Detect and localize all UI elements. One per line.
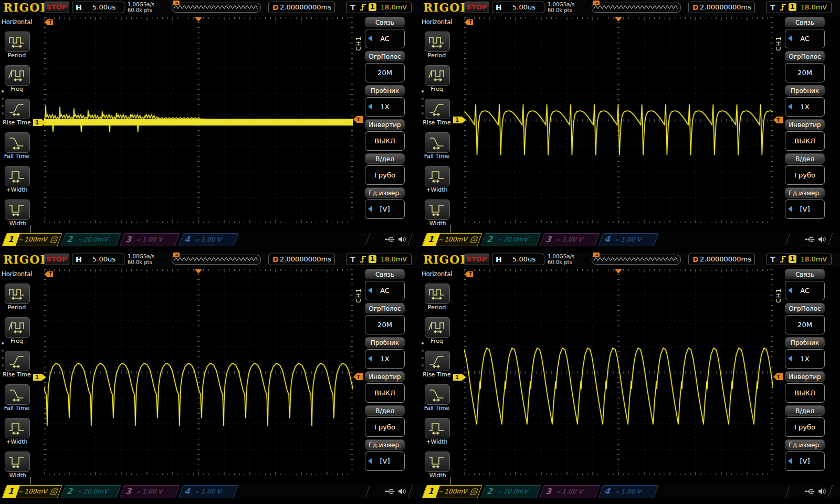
menu-value-vernier[interactable]: Грубо xyxy=(365,417,405,437)
channel-badge-3[interactable]: 3 =1.00 V xyxy=(119,485,180,498)
menu-value-probe[interactable]: 1X xyxy=(365,97,405,117)
trigger-level-marker: T xyxy=(353,116,363,123)
d-label: D xyxy=(272,254,279,265)
t-label: T xyxy=(350,2,355,13)
menu-value-bwlimit[interactable]: 20M xyxy=(365,63,405,82)
sidebar-button-period[interactable] xyxy=(5,32,30,52)
menu-value-units[interactable]: [V] xyxy=(785,452,825,471)
sidebar-button-fall-time[interactable] xyxy=(425,132,450,153)
sidebar-button-fall-time[interactable] xyxy=(425,384,450,405)
trigger-level-value: 18.0mV xyxy=(378,2,410,13)
acquisition-info: 1.00GSa/s 60.0k pts xyxy=(548,254,574,265)
left-arrow-icon xyxy=(368,355,372,362)
channel-badge-4[interactable]: 4 =1.00 V xyxy=(598,485,658,498)
menu-value-vernier[interactable]: Грубо xyxy=(785,417,825,437)
menu-value-units[interactable]: [V] xyxy=(365,200,405,219)
channel-badge-2[interactable]: 2 ~20.0mV xyxy=(480,233,541,246)
menu-value-coupling[interactable]: AC xyxy=(365,281,405,300)
channel-badge-3[interactable]: 3 =1.00 V xyxy=(119,233,180,246)
channel-badge-4[interactable]: 4 =1.00 V xyxy=(178,485,238,498)
menu-page-dot xyxy=(422,105,424,107)
sidebar-button-rise-time[interactable] xyxy=(425,351,450,371)
memory-waveform-icon xyxy=(592,255,679,263)
sidebar-button-freq[interactable] xyxy=(5,65,30,86)
menu-page-dot xyxy=(2,350,4,352)
channel-badge-1[interactable]: 1 ~100mV xyxy=(422,233,482,246)
sidebar-button-pwidth[interactable] xyxy=(425,166,450,186)
menu-value-coupling[interactable]: AC xyxy=(365,29,405,48)
menu-value-units[interactable]: [V] xyxy=(365,452,405,471)
channel-status-bar: 1 ~100mV 2 ~20.0mV 3 =1.00 V 4 =1.00 V xyxy=(420,485,840,499)
menu-group-invert: Инвертир ВЫКЛ xyxy=(365,371,405,403)
menu-value-invert[interactable]: ВЫКЛ xyxy=(785,383,825,403)
menu-group-bwlimit: ОгрПолос 20M xyxy=(785,303,825,334)
channel-badge-3[interactable]: 3 =1.00 V xyxy=(539,233,600,246)
horizontal-offset-value: 2.00000000ms xyxy=(279,254,332,265)
menu-value-invert[interactable]: ВЫКЛ xyxy=(365,383,405,403)
sidebar-button-rise-time[interactable] xyxy=(5,99,30,119)
delay-box: D 2.00000000ms xyxy=(688,254,755,265)
memory-position-icon: ◄ xyxy=(173,253,180,257)
menu-value-vernier[interactable]: Грубо xyxy=(785,165,825,185)
divider xyxy=(408,233,413,245)
sidebar-button-period[interactable] xyxy=(425,284,450,304)
sidebar-button-period[interactable] xyxy=(425,32,450,52)
channel-badge-2[interactable]: 2 ~20.0mV xyxy=(60,485,121,498)
menu-value-probe[interactable]: 1X xyxy=(785,349,825,369)
sidebar-button-rise-time[interactable] xyxy=(5,351,30,371)
menu-value-vernier[interactable]: Грубо xyxy=(365,165,405,185)
waveform-display xyxy=(44,269,353,475)
channel-menu: Связь AC ОгрПолос 20M Пробник 1X Инверти… xyxy=(365,17,405,222)
horizontal-scale-box: H 5.00us xyxy=(72,2,124,13)
channel-badge-4[interactable]: 4 =1.00 V xyxy=(178,233,238,246)
channel-badge-4[interactable]: 4 =1.00 V xyxy=(598,233,658,246)
oscilloscope-screen-3: RIGOL STOP H 5.00us 1.00GSa/s 60.0k pts … xyxy=(0,252,420,504)
sidebar-title: Horizontal xyxy=(422,270,453,278)
status-bar: RIGOL STOP H 5.00us 1.00GSa/s 60.0k pts … xyxy=(0,252,420,268)
menu-header-units: Ед.измер. xyxy=(365,439,405,450)
channel-badge-1[interactable]: 1 ~100mV xyxy=(422,485,482,498)
sidebar-button-nwidth[interactable] xyxy=(425,200,450,220)
menu-value-bwlimit[interactable]: 20M xyxy=(785,63,825,82)
menu-value-invert[interactable]: ВЫКЛ xyxy=(365,131,405,151)
sidebar-button-period[interactable] xyxy=(5,284,30,304)
menu-value-bwlimit[interactable]: 20M xyxy=(365,315,405,334)
menu-group-bwlimit: ОгрПолос 20M xyxy=(785,51,825,82)
sidebar-label-nwidth: -Width xyxy=(420,220,454,227)
sidebar-button-rise-time[interactable] xyxy=(425,99,450,119)
menu-header-probe: Пробник xyxy=(785,337,825,348)
channel-badge-1[interactable]: 1 ~100mV xyxy=(2,485,62,498)
channel-badge-2[interactable]: 2 ~20.0mV xyxy=(60,233,121,246)
status-bar: RIGOL STOP H 5.00us 1.00GSa/s 60.0k pts … xyxy=(420,0,840,16)
sidebar-button-freq[interactable] xyxy=(5,317,30,338)
sidebar-button-nwidth[interactable] xyxy=(425,452,450,472)
menu-value-coupling[interactable]: AC xyxy=(785,29,825,48)
menu-value-coupling[interactable]: AC xyxy=(785,281,825,300)
menu-value-probe[interactable]: 1X xyxy=(785,97,825,117)
fall-time-icon xyxy=(8,387,26,402)
menu-value-units[interactable]: [V] xyxy=(785,200,825,219)
sidebar-button-pwidth[interactable] xyxy=(5,418,30,438)
sidebar-button-freq[interactable] xyxy=(425,65,450,86)
sidebar-button-freq[interactable] xyxy=(425,317,450,338)
sidebar-button-fall-time[interactable] xyxy=(5,132,30,153)
menu-value-invert[interactable]: ВЫКЛ xyxy=(785,131,825,151)
channel-badge-3[interactable]: 3 =1.00 V xyxy=(539,485,600,498)
sidebar-button-pwidth[interactable] xyxy=(5,166,30,186)
channel-badge-2[interactable]: 2 ~20.0mV xyxy=(480,485,541,498)
menu-value-bwlimit[interactable]: 20M xyxy=(785,315,825,334)
divider xyxy=(365,233,370,245)
sidebar-button-pwidth[interactable] xyxy=(425,418,450,438)
sidebar-button-nwidth[interactable] xyxy=(5,452,30,472)
sidebar-button-fall-time[interactable] xyxy=(5,384,30,405)
channel-menu-title: CH1 xyxy=(775,36,782,51)
left-arrow-icon xyxy=(368,35,372,41)
period-icon xyxy=(428,34,446,49)
left-arrow-icon xyxy=(368,458,372,464)
sidebar-label-period: Period xyxy=(420,304,454,311)
menu-value-probe[interactable]: 1X xyxy=(365,349,405,369)
sidebar-button-nwidth[interactable] xyxy=(5,200,30,220)
channel-badge-1[interactable]: 1 ~100mV xyxy=(2,233,62,246)
usb-icon xyxy=(385,487,395,496)
sidebar-label-period: Period xyxy=(0,52,34,59)
